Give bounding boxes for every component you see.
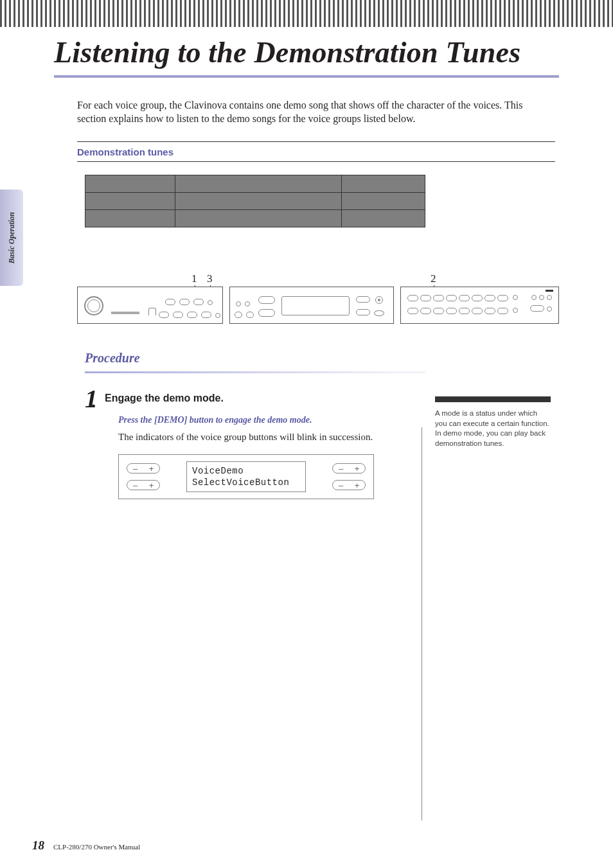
panel-button-icon	[165, 299, 175, 305]
voice-button-icon	[433, 308, 444, 314]
panel-led-icon	[539, 295, 544, 300]
voice-button-icon	[484, 308, 495, 314]
side-tab: Basic Operation	[0, 190, 23, 286]
panel-led-icon	[513, 295, 518, 300]
headphone-icon	[148, 308, 156, 315]
panel-button-icon	[246, 312, 254, 318]
top-barcode-strip	[0, 0, 613, 27]
panel-section-middle	[229, 287, 394, 324]
note-header-bar	[435, 396, 551, 402]
procedure-heading: Procedure	[85, 351, 559, 369]
title-rule	[54, 75, 559, 78]
master-volume-knob-icon	[84, 296, 103, 315]
voice-button-icon	[459, 295, 470, 301]
panel-button-icon	[187, 312, 197, 318]
panel-button-icon	[179, 299, 190, 305]
demo-tunes-section: Demonstration tunes	[77, 141, 555, 227]
plus-minus-button-icon: –+	[127, 480, 160, 490]
voice-button-icon	[407, 295, 418, 301]
voice-button-icon	[459, 308, 470, 314]
panel-section-left	[77, 287, 223, 324]
panel-led-icon	[547, 295, 552, 300]
left-pm-buttons: –+ –+	[127, 463, 160, 490]
voice-button-icon	[446, 308, 457, 314]
step-instruction: Press the [DEMO] button to engage the de…	[118, 415, 425, 425]
panel-led-icon	[531, 295, 537, 300]
section-rule-top	[77, 141, 555, 142]
plus-minus-button-icon: –+	[332, 463, 366, 474]
panel-button-icon	[159, 312, 169, 318]
panel-callout-labels: 1 3 2	[77, 272, 559, 287]
panel-button-icon	[193, 299, 204, 305]
voice-button-icon	[433, 295, 444, 301]
panel-led-icon	[215, 313, 220, 318]
panel-button-icon	[356, 296, 370, 303]
panel-button-icon	[201, 312, 211, 318]
manual-name: CLP-280/270 Owner's Manual	[53, 843, 140, 851]
right-pm-buttons: –+ –+	[332, 463, 366, 490]
lcd-screen: VoiceDemo SelectVoiceButton	[186, 461, 306, 492]
voice-button-icon	[472, 308, 483, 314]
callout-1: 1	[191, 272, 197, 285]
procedure-section: Procedure 1. Engage the demo mode. Press…	[85, 351, 559, 499]
panel-button-icon	[530, 305, 544, 312]
step-body-text: The indicators of the voice group button…	[118, 432, 425, 443]
voice-button-icon	[484, 295, 495, 301]
slider-icon	[111, 312, 139, 314]
step-title: Engage the demo mode.	[105, 393, 224, 404]
side-tab-label: Basic Operation	[7, 212, 17, 263]
callout-2: 2	[431, 272, 436, 285]
plus-minus-button-icon: –+	[332, 480, 366, 490]
table-row	[85, 175, 425, 193]
button-pair	[234, 309, 254, 321]
note-text: A mode is a status under which you can e…	[435, 409, 551, 448]
panel-section-right	[400, 287, 559, 324]
panel-extra-controls	[529, 295, 553, 312]
table-row	[85, 210, 425, 227]
page-number: 18	[32, 838, 44, 853]
panel-button-icon	[258, 296, 275, 304]
demo-tunes-table	[85, 175, 425, 227]
lcd-line-1: VoiceDemo	[192, 466, 300, 477]
record-button-icon	[375, 296, 383, 304]
margin-note: A mode is a status under which you can e…	[435, 396, 551, 499]
step-1: 1. Engage the demo mode. Press the [DEMO…	[85, 387, 425, 499]
plus-minus-button-icon: –+	[127, 463, 160, 474]
voice-button-icon	[407, 308, 418, 314]
panel-led-icon	[245, 301, 250, 306]
marker-icon	[546, 290, 553, 292]
intro-paragraph: For each voice group, the Clavinova cont…	[77, 98, 540, 126]
panel-led-icon	[236, 301, 241, 306]
voice-button-icon	[497, 295, 508, 301]
page-title: Listening to the Demonstration Tunes	[54, 36, 542, 70]
panel-button-icon	[235, 312, 242, 318]
panel-led-icon	[547, 306, 552, 312]
voice-button-row	[407, 295, 519, 301]
vertical-divider	[422, 427, 422, 820]
voice-button-icon	[420, 295, 431, 301]
button-row	[158, 309, 221, 321]
panel-button-icon	[374, 310, 384, 316]
voice-button-icon	[472, 295, 483, 301]
section-heading: Demonstration tunes	[77, 144, 555, 162]
table-row	[85, 193, 425, 210]
page-footer: 18 CLP-280/270 Owner's Manual	[32, 838, 140, 853]
panel-display-icon	[281, 296, 350, 315]
panel-button-icon	[173, 312, 183, 318]
callout-3: 3	[207, 272, 213, 285]
led-pair	[235, 297, 251, 309]
lcd-line-2: SelectVoiceButton	[192, 477, 300, 489]
step-dot: .	[91, 391, 96, 411]
panel-button-icon	[356, 309, 370, 315]
panel-led-icon	[208, 300, 213, 305]
button-row	[164, 296, 213, 308]
panel-button-icon	[258, 309, 275, 317]
voice-button-icon	[420, 308, 431, 314]
voice-button-row	[407, 308, 519, 314]
control-panel-diagram: 1 3 2	[77, 272, 559, 324]
procedure-rule	[85, 371, 425, 373]
voice-button-icon	[497, 308, 508, 314]
panel-led-icon	[513, 308, 518, 313]
lcd-diagram: –+ –+ VoiceDemo SelectVoiceButton –+ –+	[118, 454, 374, 499]
voice-button-icon	[446, 295, 457, 301]
